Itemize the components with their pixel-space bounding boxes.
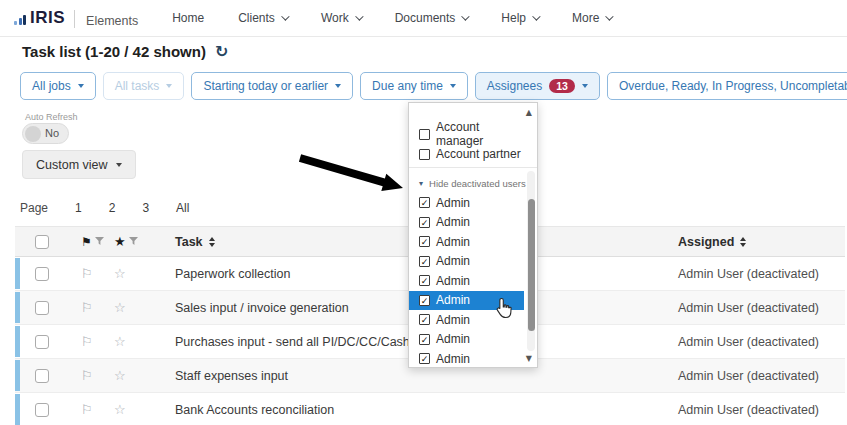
page-label: Page xyxy=(20,201,48,215)
flag-outline-icon[interactable]: ⚐ xyxy=(81,266,93,281)
dropdown-item-admin[interactable]: ✓Admin xyxy=(409,232,524,252)
flag-outline-icon[interactable]: ⚐ xyxy=(81,334,93,349)
auto-refresh-toggle[interactable]: No xyxy=(22,123,69,144)
toggle-knob xyxy=(25,126,41,142)
checkbox-unchecked xyxy=(419,129,430,140)
dropdown-item-admin[interactable]: ✓Admin xyxy=(409,193,524,213)
caret-down-icon xyxy=(582,84,588,88)
page-title: Task list (1-20 / 42 shown) xyxy=(22,43,206,60)
star-outline-icon[interactable]: ☆ xyxy=(114,266,126,281)
iris-logo[interactable]: IRIS Elements xyxy=(14,8,138,28)
dropdown-item-admin[interactable]: ✓Admin xyxy=(409,271,524,291)
flag-outline-icon[interactable]: ⚐ xyxy=(81,300,93,315)
row-checkbox[interactable] xyxy=(35,301,49,315)
task-name[interactable]: Paperwork collection xyxy=(175,257,290,290)
dropdown-scrollbar-thumb[interactable] xyxy=(528,199,535,331)
assignees-count-badge: 13 xyxy=(549,79,575,94)
row-checkbox[interactable] xyxy=(35,369,49,383)
star-filter-icon[interactable] xyxy=(129,237,138,246)
filter-toolbar: All jobs All tasks Starting today or ear… xyxy=(20,72,847,100)
starting-filter-button[interactable]: Starting today or earlier xyxy=(191,72,353,100)
nav-item-clients[interactable]: Clients xyxy=(238,11,287,25)
row-checkbox[interactable] xyxy=(35,267,49,281)
checkbox-checked: ✓ xyxy=(419,275,430,286)
assigned-user: Admin User (deactivated) xyxy=(678,257,819,290)
pagination: Page 1 2 3 All xyxy=(20,201,189,215)
page-title-row: Task list (1-20 / 42 shown) ↻ xyxy=(22,43,228,60)
section-caret-icon: ▾ xyxy=(419,179,423,188)
nav-item-more[interactable]: More xyxy=(572,11,611,25)
flag-icon[interactable]: ⚑ xyxy=(81,235,92,249)
refresh-icon[interactable]: ↻ xyxy=(215,44,228,60)
flag-filter-icon[interactable] xyxy=(95,237,104,246)
checkbox-checked: ✓ xyxy=(419,353,430,364)
assigned-user: Admin User (deactivated) xyxy=(678,359,819,392)
assigned-user: Admin User (deactivated) xyxy=(678,291,819,324)
row-status-stripe xyxy=(15,394,20,425)
task-name[interactable]: Sales input / invoice generation xyxy=(175,291,349,324)
row-status-stripe xyxy=(15,326,20,357)
dropdown-item-admin[interactable]: ✓Admin xyxy=(409,349,524,369)
auto-refresh-label: Auto Refresh xyxy=(25,112,78,122)
table-row[interactable]: ⚐ ☆ Bank Accounts reconciliation Admin U… xyxy=(15,393,845,425)
main-menu: Home Clients Work Documents Help More xyxy=(172,11,611,25)
task-column-header[interactable]: Task xyxy=(175,227,215,256)
select-all-checkbox[interactable] xyxy=(35,235,49,249)
caret-down-icon xyxy=(166,84,172,88)
dropdown-item-admin[interactable]: ✓Admin xyxy=(409,252,524,272)
assigned-column-header[interactable]: Assigned xyxy=(678,227,746,256)
scroll-down-icon[interactable]: ▼ xyxy=(526,354,532,363)
assigned-user: Admin User (deactivated) xyxy=(678,325,819,358)
nav-item-help[interactable]: Help xyxy=(501,11,538,25)
assignees-dropdown: ▲ Account manager Account partner ▾ Hide… xyxy=(408,102,538,368)
scroll-up-icon[interactable]: ▲ xyxy=(526,108,532,117)
chevron-down-icon xyxy=(532,12,540,20)
checkbox-checked: ✓ xyxy=(419,314,430,325)
status-filter-button[interactable]: Overdue, Ready, In Progress, Uncompletab… xyxy=(607,72,847,100)
page-number-2[interactable]: 2 xyxy=(109,201,116,215)
assigned-user: Admin User (deactivated) xyxy=(678,393,819,425)
chevron-down-icon xyxy=(355,12,363,20)
task-name[interactable]: Bank Accounts reconciliation xyxy=(175,393,334,425)
dropdown-item-account-manager[interactable]: Account manager xyxy=(409,125,524,143)
hide-deactivated-users-toggle[interactable]: ▾ Hide deactivated users xyxy=(409,175,526,192)
row-checkbox[interactable] xyxy=(35,335,49,349)
dropdown-item-account-partner[interactable]: Account partner xyxy=(409,145,524,163)
annotation-arrow xyxy=(295,146,410,198)
star-outline-icon[interactable]: ☆ xyxy=(114,300,126,315)
star-outline-icon[interactable]: ☆ xyxy=(114,334,126,349)
nav-item-work[interactable]: Work xyxy=(321,11,361,25)
nav-item-documents[interactable]: Documents xyxy=(395,11,468,25)
flag-outline-icon[interactable]: ⚐ xyxy=(81,368,93,383)
all-jobs-filter-button[interactable]: All jobs xyxy=(20,72,96,100)
page-number-3[interactable]: 3 xyxy=(142,201,149,215)
chevron-down-icon xyxy=(281,12,289,20)
custom-view-button[interactable]: Custom view xyxy=(22,150,136,179)
page-number-1[interactable]: 1 xyxy=(75,201,82,215)
dropdown-divider xyxy=(409,167,537,168)
checkbox-checked: ✓ xyxy=(419,217,430,228)
sort-icon xyxy=(740,237,746,247)
page-all[interactable]: All xyxy=(176,201,189,215)
star-outline-icon[interactable]: ☆ xyxy=(114,402,126,417)
dropdown-item-admin[interactable]: ✓Admin xyxy=(409,213,524,233)
star-outline-icon[interactable]: ☆ xyxy=(114,368,126,383)
logo-product-name: Elements xyxy=(86,14,138,28)
row-status-stripe xyxy=(15,292,20,323)
flag-outline-icon[interactable]: ⚐ xyxy=(81,402,93,417)
assignees-filter-button[interactable]: Assignees 13 xyxy=(475,72,600,100)
chevron-down-icon xyxy=(606,12,614,20)
toggle-value: No xyxy=(45,127,59,139)
top-navigation: IRIS Elements Home Clients Work Document… xyxy=(0,0,847,37)
due-filter-button[interactable]: Due any time xyxy=(360,72,468,100)
checkbox-checked: ✓ xyxy=(419,236,430,247)
nav-item-home[interactable]: Home xyxy=(172,11,204,25)
task-name[interactable]: Staff expenses input xyxy=(175,359,288,392)
dropdown-item-admin[interactable]: ✓Admin xyxy=(409,330,524,350)
logo-divider xyxy=(74,10,75,28)
star-icon[interactable]: ★ xyxy=(114,234,126,249)
checkbox-checked: ✓ xyxy=(419,197,430,208)
row-checkbox[interactable] xyxy=(35,403,49,417)
caret-down-icon xyxy=(335,84,341,88)
caret-down-icon xyxy=(78,84,84,88)
